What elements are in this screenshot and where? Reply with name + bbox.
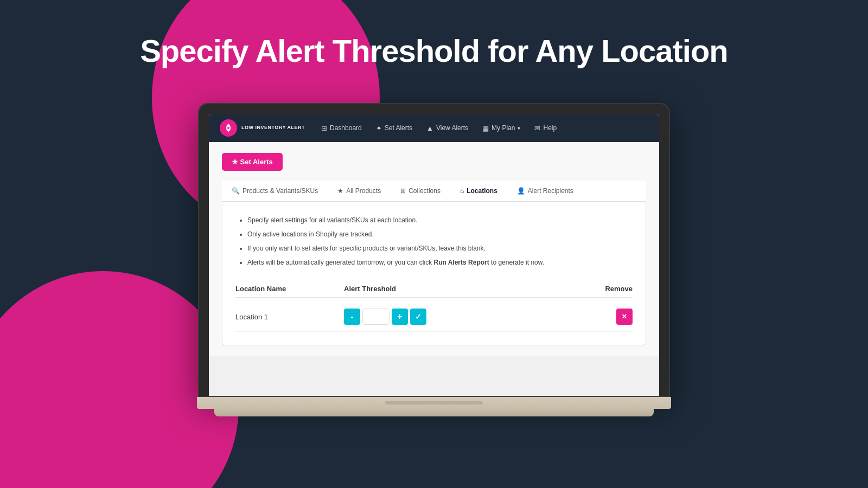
col-header-remove: Remove — [605, 285, 633, 293]
nav-my-plan[interactable]: ▦ My Plan ▾ — [477, 121, 526, 136]
remove-button[interactable]: × — [616, 309, 633, 325]
laptop-frame: LOW INVENTORY ALERT ⊞ Dashboard ✦ Set Al… — [198, 103, 670, 397]
help-label: Help — [543, 124, 557, 132]
nav-dashboard[interactable]: ⊞ Dashboard — [316, 121, 367, 136]
run-alerts-link[interactable]: Run Alerts Report — [433, 259, 489, 266]
svg-point-0 — [227, 127, 229, 129]
app-logo: LOW INVENTORY ALERT — [220, 119, 305, 137]
app-content: ★ Set Alerts 🔍 Products & Variants/SKUs … — [209, 142, 659, 356]
logo-icon — [220, 119, 237, 137]
col-header-threshold: Alert Threshold — [344, 285, 605, 293]
tab-collections[interactable]: ⊞ Collections — [391, 181, 450, 202]
laptop-bottom — [214, 409, 654, 416]
help-icon: ✉ — [534, 124, 540, 132]
tab-products-variants[interactable]: 🔍 Products & Variants/SKUs — [222, 181, 328, 202]
set-alerts-icon: ✦ — [376, 124, 382, 132]
tab-panel-locations: Specify alert settings for all variants/… — [222, 202, 646, 345]
home-icon: ⌂ — [460, 187, 464, 195]
info-list: Specify alert settings for all variants/… — [235, 215, 633, 267]
info-bullet-4: Alerts will be automatically generated t… — [247, 258, 633, 267]
page-title-container: Specify Alert Threshold for Any Location — [0, 33, 868, 69]
my-plan-label: My Plan — [492, 124, 515, 132]
tabs-container: 🔍 Products & Variants/SKUs ★ All Product… — [222, 181, 646, 202]
star-icon: ★ — [337, 187, 343, 195]
page-title: Specify Alert Threshold for Any Location — [0, 33, 868, 69]
dashboard-label: Dashboard — [330, 124, 362, 132]
nav-set-alerts[interactable]: ✦ Set Alerts — [371, 121, 418, 136]
nav-view-alerts[interactable]: ▲ View Alerts — [421, 121, 474, 136]
logo-text: LOW INVENTORY ALERT — [241, 125, 305, 131]
search-icon: 🔍 — [232, 187, 240, 195]
user-icon: 👤 — [517, 187, 525, 195]
dashboard-icon: ⊞ — [321, 124, 327, 132]
app-navbar: LOW INVENTORY ALERT ⊞ Dashboard ✦ Set Al… — [209, 114, 659, 142]
view-alerts-label: View Alerts — [436, 124, 468, 132]
info-bullet-3: If you only want to set alerts for speci… — [247, 243, 633, 253]
laptop-base — [197, 397, 671, 409]
increment-button[interactable]: + — [392, 309, 408, 325]
set-alerts-button[interactable]: ★ Set Alerts — [222, 153, 283, 171]
laptop-screen: LOW INVENTORY ALERT ⊞ Dashboard ✦ Set Al… — [209, 114, 659, 396]
grid-icon: ⊞ — [400, 187, 406, 195]
location-name: Location 1 — [235, 313, 344, 321]
col-header-location: Location Name — [235, 285, 344, 293]
tab-all-products-label: All Products — [346, 187, 381, 195]
tab-locations-label: Locations — [467, 187, 497, 195]
view-alerts-icon: ▲ — [426, 124, 433, 132]
laptop-container: LOW INVENTORY ALERT ⊞ Dashboard ✦ Set Al… — [198, 103, 670, 416]
tab-alert-recipients-label: Alert Recipients — [528, 187, 573, 195]
tab-products-variants-label: Products & Variants/SKUs — [242, 187, 318, 195]
tab-locations[interactable]: ⌂ Locations — [450, 181, 507, 202]
info-bullet-2: Only active locations in Shopify are tra… — [247, 229, 633, 239]
tab-all-products[interactable]: ★ All Products — [328, 181, 391, 202]
threshold-controls: - + ✓ — [344, 309, 616, 325]
my-plan-icon: ▦ — [482, 124, 489, 132]
tab-collections-label: Collections — [409, 187, 441, 195]
confirm-button[interactable]: ✓ — [410, 309, 426, 325]
nav-links: ⊞ Dashboard ✦ Set Alerts ▲ View Alerts ▦… — [316, 121, 648, 136]
table-row: Location 1 - + ✓ × — [235, 302, 633, 332]
chevron-down-icon: ▾ — [518, 125, 520, 131]
table-header: Location Name Alert Threshold Remove — [235, 280, 633, 298]
decrement-button[interactable]: - — [344, 309, 360, 325]
tab-alert-recipients[interactable]: 👤 Alert Recipients — [507, 181, 583, 202]
info-bullet-1: Specify alert settings for all variants/… — [247, 215, 633, 225]
nav-help[interactable]: ✉ Help — [529, 121, 562, 136]
threshold-input[interactable] — [362, 309, 390, 325]
set-alerts-label: Set Alerts — [385, 124, 412, 132]
